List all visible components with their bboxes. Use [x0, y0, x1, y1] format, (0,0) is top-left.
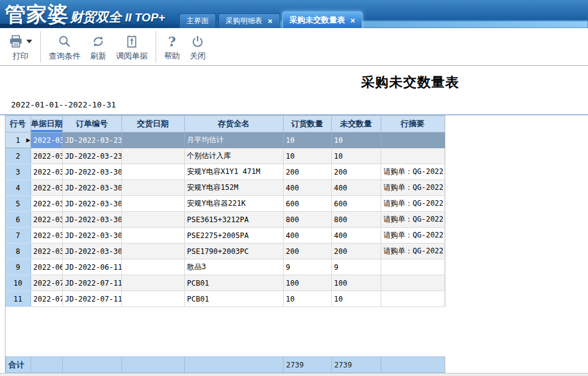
cell-undelivered_qty[interactable]: 400	[331, 228, 381, 244]
print-button[interactable]: 打印	[4, 30, 37, 64]
cell-order_qty[interactable]: 9	[283, 259, 331, 275]
column-header-7[interactable]: 行摘要	[381, 116, 445, 132]
row-number-cell[interactable]: 9	[5, 259, 30, 275]
cell-order_no[interactable]: JD-2022-03-30-000	[62, 212, 121, 228]
cell-order_no[interactable]: JD-2022-03-30-000	[62, 164, 121, 180]
cell-doc_date[interactable]: 2022-06-	[30, 259, 62, 275]
cell-order_no[interactable]: JD-2022-03-23-000	[62, 132, 121, 148]
tab-close-icon[interactable]: ×	[351, 16, 356, 24]
cell-delivery_date[interactable]	[121, 164, 184, 180]
cell-order_no[interactable]: JD-2022-07-11-000	[62, 291, 121, 307]
cell-doc_date[interactable]: 2022-03-	[30, 212, 62, 228]
cell-delivery_date[interactable]	[121, 196, 184, 212]
column-header-5[interactable]: 订货数量	[283, 116, 331, 132]
cell-doc_date[interactable]: 2022-03-	[30, 180, 62, 196]
column-header-6[interactable]: 未交数量	[331, 116, 381, 132]
cell-item_name[interactable]: 安规Y电容152M	[184, 180, 283, 196]
row-number-cell[interactable]: 4	[5, 180, 30, 196]
cell-order_no[interactable]: JD-2022-03-30-000	[62, 228, 121, 244]
cell-line_memo[interactable]	[381, 259, 445, 275]
cell-doc_date[interactable]: 2022-07-	[30, 275, 62, 291]
cell-order_no[interactable]: JD-2022-03-30-000	[62, 196, 121, 212]
cell-undelivered_qty[interactable]: 400	[331, 180, 381, 196]
cell-undelivered_qty[interactable]: 200	[331, 244, 381, 259]
cell-item_name[interactable]: PSE3615+3212PA	[184, 212, 283, 228]
cell-delivery_date[interactable]	[121, 228, 184, 244]
row-number-cell[interactable]: 5	[5, 196, 30, 212]
column-header-1[interactable]: 单据日期	[30, 116, 62, 132]
row-number-cell[interactable]: 1▶	[5, 132, 30, 148]
query-button[interactable]: 查询条件	[44, 30, 85, 64]
cell-order_qty[interactable]: 100	[283, 275, 331, 291]
column-header-3[interactable]: 交货日期	[121, 116, 184, 132]
cell-doc_date[interactable]: 2022-03-	[30, 244, 62, 259]
cell-order_qty[interactable]: 600	[283, 196, 331, 212]
cell-undelivered_qty[interactable]: 10	[331, 148, 381, 164]
cell-item_name[interactable]: 安规Y电容X1Y1 471M	[184, 164, 283, 180]
cell-line_memo[interactable]	[381, 275, 445, 291]
refresh-button[interactable]: 刷新	[85, 30, 111, 64]
cell-order_no[interactable]: JD-2022-03-30-000	[62, 180, 121, 196]
cell-line_memo[interactable]: 请购单：QG-2022-0	[381, 244, 445, 259]
tab-purchase-undelivered[interactable]: 采购未交数量表×	[282, 12, 363, 28]
cell-doc_date[interactable]: 2022-03-	[30, 132, 62, 148]
cell-line_memo[interactable]: 请购单：QG-2022-0	[381, 180, 445, 196]
cell-item_name[interactable]: 月平均估计	[184, 132, 283, 148]
cell-undelivered_qty[interactable]: 200	[331, 164, 381, 180]
row-number-cell[interactable]: 7	[5, 228, 30, 244]
cell-line_memo[interactable]: 请购单：QG-2022-0	[381, 212, 445, 228]
cell-delivery_date[interactable]	[121, 148, 184, 164]
dropdown-caret-icon[interactable]	[26, 40, 32, 43]
cell-delivery_date[interactable]	[121, 180, 184, 196]
cell-undelivered_qty[interactable]: 800	[331, 212, 381, 228]
cell-item_name[interactable]: 个别估计入库	[184, 148, 283, 164]
cell-delivery_date[interactable]	[121, 291, 184, 307]
cell-item_name[interactable]: 安规Y电容器221K	[184, 196, 283, 212]
cell-line_memo[interactable]	[381, 291, 445, 307]
cell-doc_date[interactable]: 2022-03-	[30, 164, 62, 180]
cell-doc_date[interactable]: 2022-03-	[30, 196, 62, 212]
row-number-cell[interactable]: 3	[5, 164, 30, 180]
cell-order_qty[interactable]: 200	[283, 244, 331, 259]
cell-order_qty[interactable]: 400	[283, 228, 331, 244]
cell-doc_date[interactable]: 2022-03-	[30, 228, 62, 244]
column-header-2[interactable]: 订单编号	[62, 116, 121, 132]
cell-order_no[interactable]: JD-2022-03-23-000	[62, 148, 121, 164]
tab-main[interactable]: 主界面	[179, 13, 216, 28]
column-header-4[interactable]: 存货全名	[184, 116, 283, 132]
row-number-cell[interactable]: 8	[5, 244, 30, 259]
cell-item_name[interactable]: PSE2275+2005PA	[184, 228, 283, 244]
row-number-cell[interactable]: 6	[5, 212, 30, 228]
cell-order_no[interactable]: JD-2022-03-30-000	[62, 244, 121, 259]
cell-delivery_date[interactable]	[121, 244, 184, 259]
cell-order_qty[interactable]: 10	[283, 291, 331, 307]
cell-undelivered_qty[interactable]: 10	[331, 132, 381, 148]
cell-order_qty[interactable]: 10	[283, 132, 331, 148]
help-button[interactable]: ?帮助	[159, 30, 185, 64]
cell-undelivered_qty[interactable]: 600	[331, 196, 381, 212]
cell-line_memo[interactable]	[381, 132, 445, 148]
cell-item_name[interactable]: 散品3	[184, 259, 283, 275]
cell-item_name[interactable]: PCB01	[184, 275, 283, 291]
cell-item_name[interactable]: PSE1790+2003PC	[184, 244, 283, 259]
cell-undelivered_qty[interactable]: 10	[331, 291, 381, 307]
cell-undelivered_qty[interactable]: 100	[331, 275, 381, 291]
cell-item_name[interactable]: PCB01	[184, 291, 283, 307]
cell-doc_date[interactable]: 2022-03-	[30, 148, 62, 164]
row-number-cell[interactable]: 2	[5, 148, 30, 164]
row-number-cell[interactable]: 11	[5, 291, 30, 307]
cell-delivery_date[interactable]	[121, 259, 184, 275]
cell-order_no[interactable]: JD-2022-06-11-000	[62, 259, 121, 275]
recall-button[interactable]: 调阅单据	[111, 30, 152, 64]
cell-order_qty[interactable]: 10	[283, 148, 331, 164]
tab-close-icon[interactable]: ×	[268, 17, 273, 25]
cell-order_qty[interactable]: 200	[283, 164, 331, 180]
cell-delivery_date[interactable]	[121, 275, 184, 291]
cell-line_memo[interactable]: 请购单：QG-2022-0	[381, 164, 445, 180]
close-button[interactable]: 关闭	[185, 30, 210, 64]
tab-purchase-detail[interactable]: 采购明细表×	[218, 13, 280, 28]
cell-line_memo[interactable]	[381, 148, 445, 164]
column-header-0[interactable]: 行号	[5, 116, 30, 132]
row-number-cell[interactable]: 10	[5, 275, 30, 291]
cell-delivery_date[interactable]	[121, 212, 184, 228]
